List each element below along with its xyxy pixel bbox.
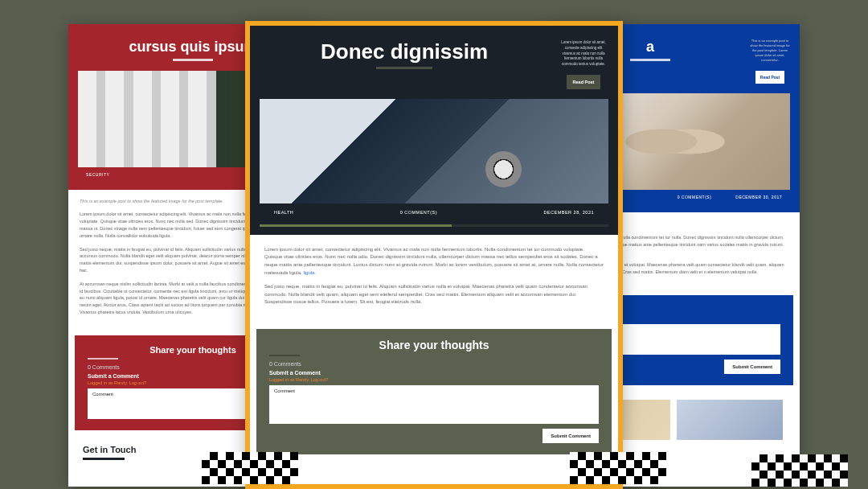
- read-post-button[interactable]: Read Post: [567, 75, 601, 89]
- template-card-center: Donec dignissim Lorem ipsum dolor sit am…: [245, 21, 623, 489]
- hero-side-center: Lorem ipsum dolor sit amet, consecte adi…: [559, 40, 608, 89]
- hero-title-center: Donec dignissim: [260, 40, 549, 69]
- comments-title: Share your thoughts: [269, 339, 599, 351]
- hero-blurb: This is an example post to show the feat…: [750, 39, 790, 63]
- accent-line: [88, 358, 118, 360]
- accent-line: [83, 458, 125, 460]
- checker-decoration: [202, 452, 298, 484]
- read-post-button[interactable]: Read Post: [755, 71, 784, 84]
- hero-title-text: cursus quis ipsum: [129, 39, 256, 55]
- checker-decoration: [751, 454, 848, 487]
- hero-side-right: This is an example post to show the feat…: [750, 39, 790, 84]
- hero-image-center: [260, 99, 608, 203]
- git-title: Get in Touch: [264, 462, 618, 475]
- meta-bar-center: HEALTH 0 COMMENT(S) DECEMBER 28, 2021: [260, 203, 608, 221]
- submit-comment-button[interactable]: Submit Comment: [724, 360, 780, 374]
- post-para: Lorem ipsum dolor sit amet, consectetur …: [264, 246, 604, 277]
- hero-center: Donec dignissim Lorem ipsum dolor sit am…: [250, 26, 618, 235]
- meta-comments[interactable]: 0 COMMENT(S): [678, 195, 712, 199]
- submit-comment-button[interactable]: Submit Comment: [542, 429, 599, 443]
- post-para: Sed justo neque, mattis in feugiat eu, p…: [264, 283, 604, 306]
- logout-link[interactable]: Logged in as Randy. Log out?: [88, 380, 146, 385]
- login-status: Logged in as Randy. Log out?: [269, 377, 599, 382]
- accent-line: [269, 355, 300, 356]
- checker-decoration: [570, 452, 666, 484]
- git-image: [677, 400, 782, 440]
- inline-link[interactable]: ligula: [303, 270, 314, 275]
- accent-line: [376, 67, 432, 69]
- accent-line: [630, 59, 670, 61]
- post-body-center: Lorem ipsum dolor sit amet, consectetur …: [250, 235, 618, 324]
- hero-title-text: Donec dignissim: [321, 39, 488, 64]
- hero-title-text: a: [646, 39, 654, 55]
- meta-comments[interactable]: 0 COMMENT(S): [400, 210, 437, 215]
- comment-count: 0 Comments: [269, 361, 599, 367]
- get-in-touch-center: Get in Touch: [250, 454, 618, 475]
- submit-heading: Submit a Comment: [269, 370, 599, 376]
- meta-date: DECEMBER 28, 2021: [543, 210, 594, 215]
- progress-bar: [260, 224, 608, 227]
- logout-link[interactable]: Logged in as Randy. Log out?: [269, 377, 328, 382]
- meta-category[interactable]: HEALTH: [274, 210, 293, 215]
- comment-textarea[interactable]: Comment: [269, 385, 599, 424]
- comments-panel-center: Share your thoughts 0 Comments Submit a …: [256, 329, 612, 454]
- hero-blurb: Lorem ipsum dolor sit amet, consecte adi…: [559, 40, 608, 68]
- meta-category[interactable]: SECURITY: [86, 172, 109, 177]
- accent-line: [173, 59, 213, 61]
- meta-date: DECEMBER 30, 2017: [735, 195, 782, 199]
